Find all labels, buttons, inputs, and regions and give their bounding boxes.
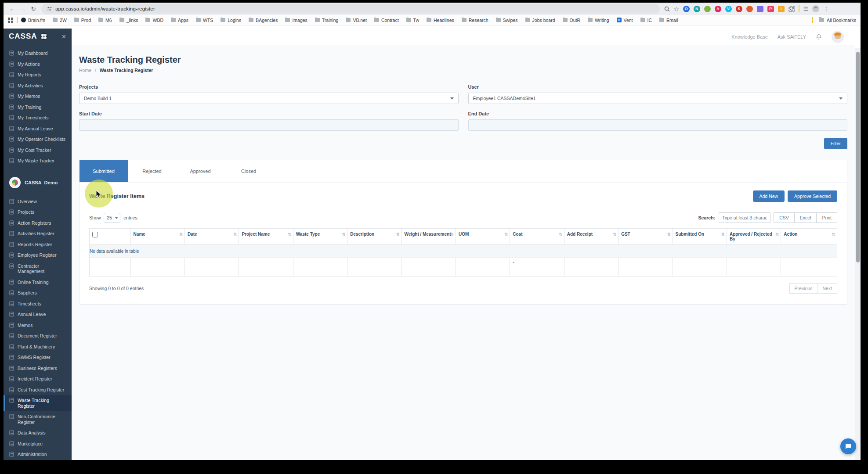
sort-icon[interactable]: ⇅ [396, 232, 400, 237]
column-header[interactable]: Weight / Measurement⇅ [401, 229, 456, 245]
sidebar-item[interactable]: Plant & Machinery [4, 341, 72, 352]
sidebar-item[interactable]: Suppliers [4, 287, 72, 298]
ask-saifely-link[interactable]: Ask SAiFELY [778, 34, 806, 40]
column-header[interactable]: Submitted On⇅ [673, 229, 727, 245]
extension-icon[interactable] [757, 6, 763, 12]
bookmark-item[interactable]: Research [462, 18, 488, 23]
status-tab[interactable]: Closed [224, 160, 273, 182]
site-settings-icon[interactable] [47, 6, 52, 11]
sidebar-item[interactable]: Online Training [4, 277, 72, 288]
bookmark-item[interactable]: Prod [74, 18, 91, 23]
bookmark-item[interactable]: Apps [171, 18, 188, 23]
sidebar-item[interactable]: My Actions [4, 59, 72, 70]
column-header[interactable]: Cost⇅ [510, 229, 564, 245]
search-input[interactable] [719, 212, 770, 223]
sidebar-item[interactable]: My Timesheets [4, 112, 72, 123]
bookmark-item[interactable]: V Vent [617, 18, 633, 23]
status-tab[interactable]: Rejected [128, 160, 176, 182]
back-icon[interactable]: ← [7, 5, 18, 12]
browser-menu-icon[interactable]: ⋮ [823, 6, 829, 12]
bookmark-item[interactable]: Contract [374, 18, 399, 23]
next-button[interactable]: Next [817, 283, 837, 294]
bookmark-item[interactable]: Brain.fm [21, 18, 45, 23]
forward-icon[interactable]: → [18, 5, 28, 12]
end-date-input[interactable] [468, 119, 848, 131]
export-button[interactable]: Print [816, 212, 837, 223]
bookmark-item[interactable]: VB.net [346, 18, 367, 23]
sidebar-item[interactable]: Activities Register [4, 228, 72, 239]
extensions-puzzle-icon[interactable] [788, 6, 795, 12]
org-switcher[interactable]: CASSA_Demo [4, 171, 72, 193]
sidebar-item[interactable]: Cost Tracking Register [4, 384, 72, 395]
sort-icon[interactable]: ⇅ [667, 232, 671, 237]
bookmark-item[interactable]: OutR [563, 18, 581, 23]
column-header[interactable]: GST⇅ [618, 229, 673, 245]
sort-icon[interactable]: ⇅ [832, 232, 835, 237]
sidebar-item[interactable]: My Cost Tracker [4, 145, 72, 156]
bookmark-item[interactable]: Jobs board [525, 18, 555, 23]
sidebar-item[interactable]: My Training [4, 102, 72, 113]
column-header[interactable]: Description⇅ [347, 229, 401, 245]
sidebar-item[interactable]: Reports Register [4, 239, 72, 250]
approve-selected-button[interactable]: Approve Selected [788, 190, 837, 202]
sidebar-item[interactable]: My Memos [4, 91, 72, 102]
column-header[interactable]: Approved / Rejected By⇅ [727, 229, 781, 245]
sidebar-item[interactable]: Non-Conformance Register [4, 411, 72, 427]
sidebar-item[interactable]: Marketplace [4, 438, 72, 449]
sidebar-close-icon[interactable]: ✕ [61, 33, 66, 40]
bookmark-item[interactable]: _links [119, 18, 138, 23]
column-header[interactable]: Action⇅ [781, 229, 837, 245]
refresh-icon[interactable]: ↻ [28, 5, 39, 12]
select-all-checkbox[interactable] [92, 232, 98, 237]
start-date-input[interactable] [79, 119, 459, 131]
sort-icon[interactable]: ⇅ [721, 232, 725, 237]
sidebar-item[interactable]: My Operator Checklists [4, 134, 72, 145]
sort-icon[interactable]: ⇅ [234, 232, 237, 237]
extension-icon[interactable] [746, 6, 753, 12]
page-size-select[interactable]: 25 [104, 213, 120, 223]
bookmark-item[interactable]: Email [659, 18, 678, 23]
export-button[interactable]: Excel [794, 212, 817, 223]
reading-list-icon[interactable]: ☰ [803, 6, 809, 12]
sort-icon[interactable]: ⇅ [613, 232, 617, 237]
bookmark-item[interactable]: Tw [406, 18, 419, 23]
bookmark-item[interactable]: WBD [145, 18, 163, 23]
bookmark-item[interactable]: M6 [98, 18, 112, 23]
notifications-bell-icon[interactable] [816, 34, 822, 40]
sidebar-item[interactable]: Annual Leave [4, 309, 72, 320]
sidebar-item[interactable]: Overview [4, 196, 72, 207]
column-header[interactable]: UOM⇅ [456, 229, 510, 245]
previous-button[interactable]: Previous [789, 283, 818, 294]
extension-icon[interactable]: N [694, 6, 700, 12]
sidebar-item[interactable]: My Annual Leave [4, 123, 72, 134]
sidebar-item[interactable]: Contractor Management [4, 261, 72, 277]
sort-icon[interactable]: ⇅ [776, 232, 779, 237]
column-header[interactable]: Name⇅ [130, 229, 184, 245]
bookmark-item[interactable]: Logins [221, 18, 241, 23]
address-bar[interactable]: app.cassa.io/admin/waste-tracking-regist… [41, 4, 660, 14]
add-new-button[interactable]: Add New [753, 190, 785, 202]
user-select[interactable]: Employee1 CASSADemoSite1 [468, 93, 848, 104]
extension-icon[interactable]: O [683, 6, 690, 12]
export-button[interactable]: CSV [774, 212, 795, 223]
bookmark-item[interactable]: Images [285, 18, 307, 23]
sort-icon[interactable]: ⇅ [288, 232, 291, 237]
scrollbar-thumb[interactable] [856, 52, 860, 262]
column-header[interactable]: Project Name⇅ [239, 229, 293, 245]
all-bookmarks[interactable]: All Bookmarks [809, 17, 856, 23]
extension-icon[interactable]: A [715, 6, 721, 12]
sidebar-item[interactable]: Projects [4, 207, 72, 218]
sidebar-item[interactable]: My Reports [4, 69, 72, 80]
column-header[interactable]: Waste Type⇅ [293, 229, 347, 245]
sidebar-item[interactable]: Document Register [4, 330, 72, 341]
bookmark-item[interactable]: 2W [53, 18, 67, 23]
sidebar-item[interactable]: My Activities [4, 80, 72, 91]
bookmark-item[interactable]: BAgencies [249, 18, 278, 23]
sort-icon[interactable]: ⇅ [179, 232, 183, 237]
knowledge-base-link[interactable]: Knowledge Base [731, 34, 768, 40]
page-scrollbar[interactable] [855, 48, 861, 460]
browser-profile-avatar[interactable] [812, 5, 819, 12]
bookmark-item[interactable]: Swipes [496, 18, 518, 23]
extension-icon[interactable]: S [736, 6, 742, 12]
chat-widget-button[interactable] [840, 438, 856, 454]
